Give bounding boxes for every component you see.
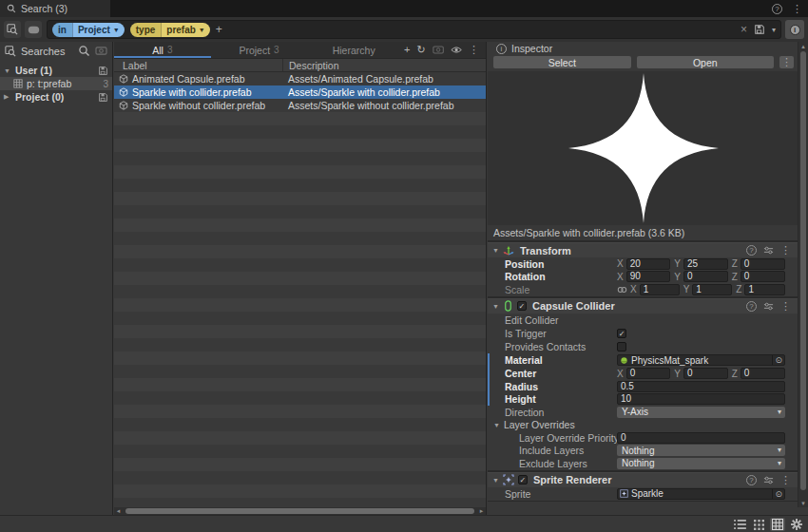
foldout-closed-icon[interactable]: ▶ <box>4 93 11 101</box>
tab-hierarchy[interactable]: Hierarchy <box>307 42 404 58</box>
grid-view-button[interactable] <box>751 518 766 531</box>
object-picker-icon[interactable]: ⊙ <box>772 355 784 365</box>
include-layers-dropdown[interactable]: Nothing <box>617 445 785 456</box>
scrollbar-thumb[interactable] <box>125 508 474 514</box>
query-builder-toggle-button[interactable] <box>25 21 42 38</box>
rotation-x-field[interactable]: 90 <box>626 271 671 282</box>
refresh-icon[interactable]: ↻ <box>416 45 425 55</box>
transform-header[interactable]: ▼ Transform ? ⋮ <box>488 242 798 257</box>
eye-icon[interactable] <box>451 46 462 54</box>
search-token-type[interactable]: type prefab▼ <box>130 23 210 37</box>
center-x-field[interactable]: 0 <box>626 368 671 379</box>
help-icon[interactable]: ? <box>772 4 782 14</box>
scene-template-icon[interactable] <box>95 46 107 56</box>
center-y-field[interactable]: 0 <box>683 368 728 379</box>
horizontal-scrollbar[interactable]: ◂ ▸ <box>114 507 486 515</box>
layer-overrides-foldout[interactable]: ▼ Layer Overrides <box>488 419 798 432</box>
column-label[interactable]: Label <box>114 60 282 71</box>
open-button[interactable]: Open <box>637 56 775 68</box>
scale-y-field[interactable]: 1 <box>692 284 732 295</box>
add-column-icon[interactable]: + <box>404 45 410 55</box>
list-view-button[interactable] <box>732 518 747 531</box>
unity-search-window: Search (3) ? ⋮ in Project▼ type prefab▼ … <box>0 0 808 532</box>
sprite-renderer-header[interactable]: ▼ ✓ Sprite Renderer ? ⋮ <box>488 472 798 487</box>
select-button[interactable]: Select <box>493 56 631 68</box>
table-row[interactable]: Animated Capsule.prefab Assets/Animated … <box>114 72 486 86</box>
more-icon[interactable]: ⋮ <box>780 244 791 256</box>
scene-template-icon[interactable] <box>433 45 444 55</box>
link-scale-icon[interactable] <box>617 286 627 294</box>
saved-searches-tree: ▼ User (1) p: t:prefab 3 ▶ Project (0) <box>0 64 112 104</box>
saved-searches-toggle-button[interactable] <box>4 21 21 38</box>
foldout-open-icon[interactable]: ▼ <box>4 67 11 74</box>
material-object-field[interactable]: PhysicsMat_spark ⊙ <box>617 354 785 366</box>
scroll-down-icon[interactable]: ▾ <box>798 499 808 507</box>
table-row-selected[interactable]: Sparkle with collider.prefab Assets/Spar… <box>114 86 486 99</box>
save-icon[interactable] <box>98 92 108 103</box>
help-icon[interactable]: ? <box>746 245 757 256</box>
height-field[interactable]: 10 <box>617 393 785 405</box>
component-enabled-checkbox[interactable]: ✓ <box>518 475 528 484</box>
scroll-left-icon[interactable]: ◂ <box>114 507 123 515</box>
object-picker-icon[interactable]: ⊙ <box>772 489 784 499</box>
window-menu-icon[interactable]: ⋮ <box>792 3 802 15</box>
more-icon[interactable]: ⋮ <box>780 300 791 313</box>
radius-field[interactable]: 0.5 <box>617 381 785 392</box>
add-filter-button[interactable]: + <box>216 24 222 35</box>
search-window-tab[interactable]: Search (3) <box>0 0 110 17</box>
scale-x-field[interactable]: 1 <box>640 284 680 295</box>
save-icon[interactable] <box>98 66 108 76</box>
rotation-y-field[interactable]: 0 <box>683 271 728 282</box>
scale-z-field[interactable]: 1 <box>744 284 785 295</box>
foldout-open-icon[interactable]: ▼ <box>492 247 499 254</box>
inspector-title: Inspector <box>511 43 552 54</box>
direction-dropdown[interactable]: Y-Axis <box>617 407 785 418</box>
search-query-icon[interactable] <box>78 45 90 57</box>
position-x-field[interactable]: 20 <box>626 258 671 270</box>
rotation-z-field[interactable]: 0 <box>741 271 785 282</box>
token-value-dropdown[interactable]: Project▼ <box>72 23 125 37</box>
more-icon[interactable]: ⋮ <box>780 474 791 486</box>
help-icon[interactable]: ? <box>746 301 757 312</box>
window-title: Search (3) <box>21 3 67 14</box>
search-token-in[interactable]: in Project▼ <box>52 23 125 37</box>
settings-button[interactable] <box>789 518 804 531</box>
more-icon[interactable]: ⋮ <box>469 44 479 56</box>
presets-icon[interactable] <box>763 301 774 312</box>
save-search-icon[interactable] <box>754 24 765 35</box>
search-input[interactable]: in Project▼ type prefab▼ + × ▾ <box>47 20 781 39</box>
presets-icon[interactable] <box>763 475 774 485</box>
table-row[interactable]: Sparkle without collider.prefab Assets/S… <box>114 99 486 112</box>
scrollbar-thumb[interactable] <box>800 51 806 490</box>
clear-search-icon[interactable]: × <box>741 23 747 36</box>
capsule-collider-header[interactable]: ▼ ✓ Capsule Collider ? ⋮ <box>488 298 798 314</box>
foldout-open-icon[interactable]: ▼ <box>492 477 499 484</box>
prefab-icon <box>119 74 128 84</box>
exclude-layers-dropdown[interactable]: Nothing <box>617 458 785 469</box>
center-z-field[interactable]: 0 <box>741 368 785 379</box>
scroll-right-icon[interactable]: ▸ <box>477 507 486 515</box>
layer-override-priority-field[interactable]: 0 <box>617 432 785 444</box>
foldout-open-icon[interactable]: ▼ <box>492 303 499 310</box>
sprite-object-field[interactable]: Sparkle ⊙ <box>617 488 785 500</box>
is-trigger-checkbox[interactable]: ✓ <box>617 329 626 338</box>
provides-contacts-checkbox[interactable] <box>617 342 626 352</box>
inspector-scrollbar[interactable]: ▴ ▾ <box>798 42 808 507</box>
inspector-toggle-button[interactable]: i <box>785 20 804 39</box>
save-options-chevron-icon[interactable]: ▾ <box>772 26 776 34</box>
tab-all[interactable]: All3 <box>114 42 211 58</box>
inspector-more-button[interactable]: ⋮ <box>779 56 794 68</box>
sidebar-item-saved-query[interactable]: p: t:prefab 3 <box>0 77 112 90</box>
table-view-button[interactable] <box>770 518 785 531</box>
position-y-field[interactable]: 25 <box>683 258 728 270</box>
tab-project[interactable]: Project3 <box>211 42 308 58</box>
help-icon[interactable]: ? <box>746 475 757 485</box>
position-z-field[interactable]: 0 <box>741 258 785 270</box>
presets-icon[interactable] <box>763 245 774 256</box>
token-value-dropdown[interactable]: prefab▼ <box>161 23 210 37</box>
sidebar-group-user[interactable]: ▼ User (1) <box>0 64 112 77</box>
sidebar-group-project[interactable]: ▶ Project (0) <box>0 90 112 104</box>
scroll-up-icon[interactable]: ▴ <box>798 42 808 50</box>
component-enabled-checkbox[interactable]: ✓ <box>517 301 527 311</box>
column-description[interactable]: Description <box>282 59 486 71</box>
